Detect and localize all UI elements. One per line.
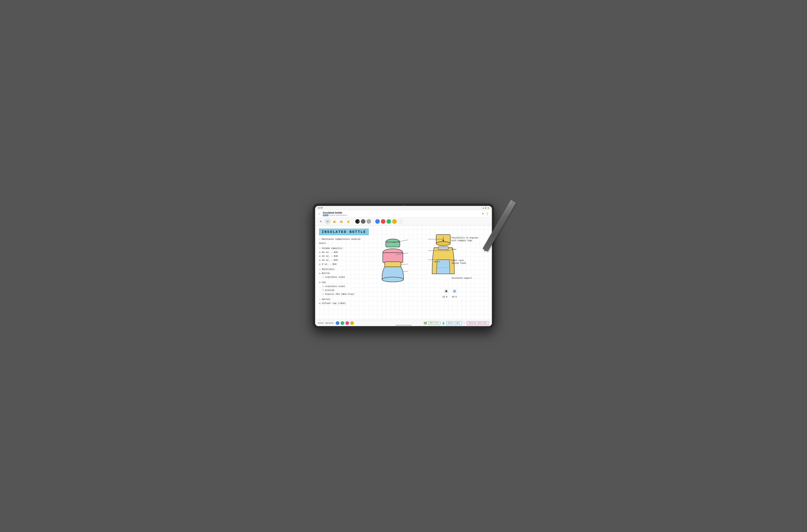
status-icons: ▲ ||| 🔋 bbox=[482, 207, 489, 209]
document-title: Insulated bottle bbox=[323, 211, 347, 214]
engrave-line1: Possibility to engrave bbox=[451, 236, 490, 240]
insulated-annotation: Insulated support bbox=[451, 277, 490, 280]
sketch-area: ☀ ❄ 12 h 24 h bbox=[376, 233, 461, 306]
tablet-screen: 12:34 ▲ ||| 🔋 ← Insulated bottle EN-US P… bbox=[315, 206, 492, 326]
svg-point-5 bbox=[382, 277, 404, 282]
header-right: + ⋮ bbox=[482, 212, 489, 215]
svg-rect-1 bbox=[386, 242, 400, 247]
color-red[interactable] bbox=[381, 219, 385, 224]
subtitle-text: Product Specifications bbox=[329, 214, 347, 216]
feature-badges: 🌿 BPA-free 💧 Water-tight ♡ Healthy mater… bbox=[424, 321, 489, 325]
bpa-free-badge: BPA-free bbox=[428, 321, 440, 325]
doc-info: Insulated bottle EN-US Product Specifica… bbox=[323, 211, 347, 216]
vacuum-flask-label: vacuum flask bbox=[451, 262, 490, 265]
healthy-materials-label: Healthy materials bbox=[469, 322, 487, 324]
home-indicator[interactable] bbox=[395, 325, 412, 325]
right-annotations: Possibility to engrave with company logo… bbox=[451, 236, 490, 283]
bottom-color-green[interactable] bbox=[341, 321, 344, 325]
bpa-free-label: BPA-free bbox=[430, 322, 438, 324]
svg-point-11 bbox=[436, 242, 450, 246]
color-green[interactable] bbox=[387, 219, 391, 224]
hours-24: 24 h bbox=[452, 296, 457, 298]
svg-line-8 bbox=[401, 264, 408, 265]
heart-icon: ♡ bbox=[463, 321, 466, 325]
color-options-dots bbox=[336, 321, 354, 325]
time-display: 12:34 bbox=[318, 207, 323, 209]
tablet-device: 12:34 ▲ ||| 🔋 ← Insulated bottle EN-US P… bbox=[313, 204, 494, 328]
svg-line-9 bbox=[403, 271, 408, 272]
add-color-button[interactable]: + bbox=[398, 219, 402, 224]
color-options-label: Color options bbox=[318, 322, 334, 324]
bottom-color-yellow[interactable] bbox=[350, 321, 354, 325]
pen-tool-2[interactable]: ✏ bbox=[325, 218, 331, 224]
color-blue[interactable] bbox=[375, 219, 380, 224]
engrave-annotation: Possibility to engrave with company logo bbox=[451, 236, 490, 242]
bottom-color-pink[interactable] bbox=[345, 321, 349, 325]
water-tight-badge: Water-tight bbox=[446, 321, 462, 325]
note-title: INSULATED BOTTLE bbox=[319, 229, 369, 235]
insulated-label: Insulated support bbox=[451, 277, 490, 280]
drawing-toolbar: ✎ ✏ ✍ ✍ ✌ ✓ + bbox=[315, 217, 492, 226]
wifi-icon: ▲ bbox=[482, 207, 484, 209]
healthy-materials-badge: Healthy materials bbox=[467, 321, 489, 325]
bottom-color-blue[interactable] bbox=[336, 321, 339, 325]
content-area: INSULATED BOTTLE – Maintains temperature… bbox=[315, 226, 492, 320]
sun-icon: ☀ bbox=[444, 289, 448, 294]
notes-content: INSULATED BOTTLE – Maintains temperature… bbox=[315, 226, 492, 320]
toolbar-divider-2 bbox=[373, 220, 373, 224]
signal-icon: ||| bbox=[485, 207, 486, 209]
pen-tool-5[interactable]: ✌ bbox=[345, 218, 351, 224]
engrave-line2: with company logo bbox=[451, 240, 490, 242]
outer-case-label: outer case bbox=[451, 259, 490, 262]
case-annotation: outer case vacuum flask bbox=[451, 259, 490, 265]
color-black[interactable]: ✓ bbox=[355, 219, 360, 224]
document-subtitle: EN-US Product Specifications bbox=[323, 214, 347, 216]
color-dark-gray[interactable] bbox=[361, 219, 365, 224]
color-yellow[interactable] bbox=[392, 219, 397, 224]
app-header: ← Insulated bottle EN-US Product Specifi… bbox=[315, 210, 492, 217]
snowflake-icon: ❄ bbox=[453, 289, 456, 294]
water-icon: 💧 bbox=[442, 321, 445, 325]
header-left: ← Insulated bottle EN-US Product Specifi… bbox=[318, 211, 347, 216]
svg-rect-15 bbox=[438, 247, 448, 250]
pen-tool-3[interactable]: ✍ bbox=[332, 218, 337, 224]
left-bottle-svg bbox=[378, 235, 408, 292]
more-button[interactable]: ⋮ bbox=[486, 212, 489, 215]
language-badge: EN-US bbox=[323, 214, 329, 216]
add-button[interactable]: + bbox=[482, 212, 484, 215]
back-button[interactable]: ← bbox=[318, 212, 321, 215]
hours-12: 12 h bbox=[443, 296, 447, 298]
pen-tool-1[interactable]: ✎ bbox=[318, 218, 324, 224]
battery-icon: 🔋 bbox=[487, 207, 489, 209]
pen-tool-4[interactable]: ✍ bbox=[339, 218, 344, 224]
water-tight-label: Water-tight bbox=[448, 322, 460, 324]
status-bar: 12:34 ▲ ||| 🔋 bbox=[315, 206, 492, 210]
toolbar-divider-1 bbox=[353, 220, 353, 224]
leaf-icon: 🌿 bbox=[424, 321, 427, 325]
color-light-gray[interactable] bbox=[367, 219, 371, 224]
